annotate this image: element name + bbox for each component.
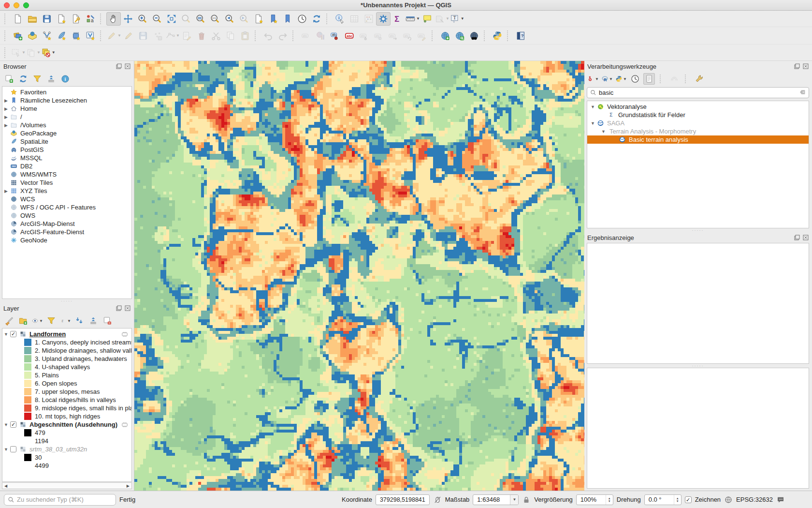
expand-chevron-icon[interactable]: ▶ bbox=[2, 106, 10, 111]
float-panel-icon[interactable] bbox=[116, 305, 122, 312]
add-vector-layer-button[interactable] bbox=[40, 29, 54, 43]
messages-bubble-icon[interactable] bbox=[776, 495, 785, 504]
expand-chevron-icon[interactable]: ▶ bbox=[2, 115, 10, 120]
layer-visibility-checkbox[interactable]: ✓ bbox=[10, 421, 16, 428]
spinner-arrows-icon[interactable]: ▲▼ bbox=[606, 495, 613, 505]
algorithm-item-vektoranalyse[interactable]: ▼Vektoranalyse bbox=[587, 103, 809, 111]
open-project-button[interactable] bbox=[25, 12, 40, 26]
new-map-view-button[interactable] bbox=[251, 12, 266, 26]
layer-visibility-checkbox[interactable] bbox=[10, 446, 16, 452]
coordinate-input[interactable]: 379298,5198841 bbox=[376, 494, 430, 505]
browser-item-mssql[interactable]: MSSQL bbox=[2, 154, 131, 162]
expand-chevron-icon[interactable]: ▶ bbox=[2, 189, 10, 194]
collapse-chevron-icon[interactable]: ▼ bbox=[589, 105, 596, 109]
layer-item-landformen[interactable]: ▼✓Landformen bbox=[2, 330, 131, 338]
browser-item-ows[interactable]: OWS bbox=[2, 211, 131, 220]
algorithm-item-terrain-analysis-morphometry[interactable]: ▼Terrain Analysis - Morphometry bbox=[587, 127, 809, 135]
browser-item-home[interactable]: ▶Home bbox=[2, 105, 131, 113]
toolbar-grip[interactable] bbox=[484, 30, 488, 41]
browser-item-xyz-tiles[interactable]: ▶XYZ Tiles bbox=[2, 187, 131, 195]
algorithm-item-grundstatistik-fuer-felder[interactable]: ΣGrundstatistik für Felder bbox=[587, 111, 809, 119]
chevron-down-icon[interactable]: ▼ bbox=[595, 77, 599, 81]
show-bookmarks-button[interactable] bbox=[280, 12, 295, 26]
locator-search-input[interactable] bbox=[17, 496, 112, 503]
collapse-all-button[interactable] bbox=[87, 315, 99, 327]
processing-toolbox-button[interactable] bbox=[376, 12, 391, 26]
refresh-map-button[interactable] bbox=[309, 12, 324, 26]
browser-item-postgis[interactable]: PostGIS bbox=[2, 146, 131, 154]
options-button[interactable] bbox=[694, 73, 705, 85]
overlap-tools-button[interactable]: ▼ bbox=[41, 46, 56, 60]
close-panel-icon[interactable] bbox=[802, 63, 809, 70]
temporal-controller-button[interactable] bbox=[295, 12, 309, 26]
zoom-native-resolution-button[interactable]: 1:1 bbox=[208, 12, 222, 26]
panel-splitter[interactable]: ····· bbox=[0, 299, 134, 303]
browser-item-wcs[interactable]: WCS bbox=[2, 195, 131, 203]
filter-browser-button[interactable] bbox=[31, 73, 43, 85]
processing-search-box[interactable] bbox=[587, 87, 809, 98]
add-spatialite-layer-button[interactable] bbox=[54, 29, 69, 43]
add-selected-layers-button[interactable] bbox=[3, 73, 15, 85]
memory-layer-indicator-icon[interactable] bbox=[121, 421, 129, 428]
zoom-last-button[interactable] bbox=[222, 12, 237, 26]
browser-item-geonode[interactable]: GeoNode bbox=[2, 236, 131, 244]
landform-raster-map[interactable] bbox=[134, 61, 584, 491]
python-console-button[interactable] bbox=[490, 29, 505, 43]
new-spatial-bookmark-button[interactable] bbox=[266, 12, 280, 26]
style-manager-button[interactable]: a bbox=[83, 12, 98, 26]
data-source-manager-button[interactable] bbox=[11, 29, 25, 43]
add-geopackage-layer-button[interactable] bbox=[25, 29, 40, 43]
close-panel-icon[interactable] bbox=[124, 63, 130, 70]
toolbar-grip[interactable] bbox=[255, 30, 259, 41]
expand-chevron-icon[interactable]: ▶ bbox=[2, 123, 10, 128]
crs-button[interactable]: EPSG:32632 bbox=[736, 496, 773, 503]
open-layer-styling-button[interactable] bbox=[3, 315, 15, 327]
browser-item-root[interactable]: ▶/ bbox=[2, 113, 131, 121]
float-panel-icon[interactable] bbox=[116, 63, 122, 70]
metasearch-add-wms-button[interactable] bbox=[438, 29, 452, 43]
search-geodata-button[interactable] bbox=[467, 29, 481, 43]
close-panel-icon[interactable] bbox=[802, 235, 809, 241]
chevron-down-icon[interactable]: ▼ bbox=[37, 50, 41, 55]
clear-search-icon[interactable] bbox=[799, 89, 806, 97]
chevron-down-icon[interactable]: ▼ bbox=[22, 50, 26, 55]
locator-search[interactable] bbox=[4, 494, 116, 506]
spinner-arrows-icon[interactable]: ▲▼ bbox=[674, 495, 681, 505]
layer-item-abgeschnitten[interactable]: ▼✓Abgeschnitten (Ausdehnung) bbox=[2, 420, 131, 429]
chevron-down-icon[interactable]: ▼ bbox=[67, 319, 71, 323]
toolbar-grip[interactable] bbox=[432, 30, 436, 41]
zoom-out-button[interactable] bbox=[150, 12, 164, 26]
collapse-chevron-icon[interactable]: ▼ bbox=[600, 129, 607, 134]
add-virtual-layer-button[interactable] bbox=[83, 29, 98, 43]
python-scripts-button[interactable]: ▼ bbox=[615, 73, 627, 85]
toolbar-grip[interactable] bbox=[292, 30, 297, 41]
results-viewer-button[interactable] bbox=[643, 73, 655, 85]
toolbar-grip[interactable] bbox=[100, 30, 104, 41]
chevron-down-icon[interactable]: ▼ bbox=[461, 16, 464, 21]
expand-all-button[interactable] bbox=[73, 315, 85, 327]
browser-item-arcgis-map-dienst[interactable]: ArcGIS-Map-Dienst bbox=[2, 220, 131, 228]
manage-map-themes-button[interactable]: ▼ bbox=[31, 315, 43, 327]
chevron-down-icon[interactable]: ▼ bbox=[39, 319, 43, 323]
close-panel-icon[interactable] bbox=[124, 305, 130, 312]
lock-scale-icon[interactable] bbox=[522, 495, 531, 504]
layer-item-srtm-38-03-utm32n[interactable]: ▼srtm_38_03_utm32n bbox=[2, 445, 131, 453]
save-project-button[interactable] bbox=[40, 12, 54, 26]
browser-item-volumes[interactable]: ▶/Volumes bbox=[2, 121, 131, 129]
new-print-layout-button[interactable] bbox=[54, 12, 69, 26]
toolbar-grip[interactable] bbox=[4, 47, 9, 58]
crs-globe-icon[interactable] bbox=[724, 495, 733, 504]
chevron-down-icon[interactable]: ▼ bbox=[609, 77, 613, 81]
chevron-down-icon[interactable]: ▼ bbox=[117, 33, 121, 38]
pan-to-selection-button[interactable] bbox=[121, 12, 135, 26]
browser-item-db2[interactable]: DB2DB2 bbox=[2, 162, 131, 170]
refresh-browser-button[interactable] bbox=[17, 73, 29, 85]
remove-layer-button[interactable] bbox=[102, 315, 113, 327]
new-project-button[interactable] bbox=[11, 12, 25, 26]
map-tips-button[interactable] bbox=[420, 12, 435, 26]
zoom-to-layer-button[interactable] bbox=[193, 12, 208, 26]
filter-legend-button[interactable] bbox=[45, 315, 57, 327]
map-canvas[interactable] bbox=[134, 61, 584, 491]
chevron-down-icon[interactable]: ▼ bbox=[510, 495, 518, 505]
layout-manager-button[interactable] bbox=[69, 12, 83, 26]
